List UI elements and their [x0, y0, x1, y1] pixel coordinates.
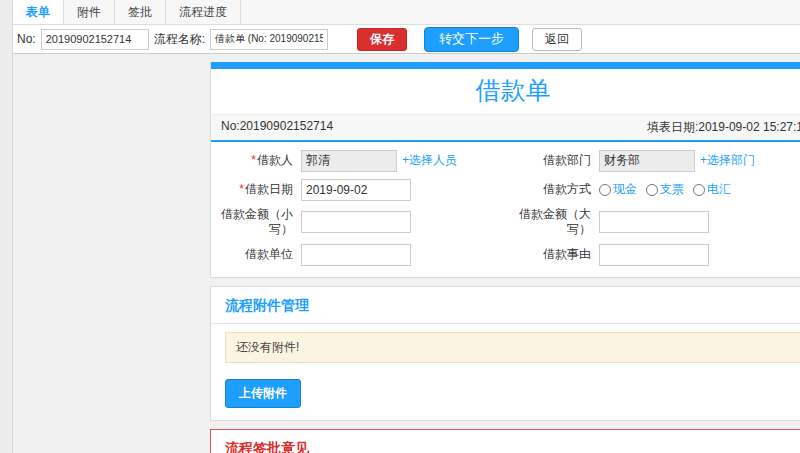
form-date-text: 填表日期:2019-09-02 15:27:1 [647, 119, 800, 136]
select-department-link[interactable]: +选择部门 [700, 152, 755, 169]
no-attachment-message: 还没有附件! [225, 332, 800, 363]
method-label: 借款方式 [515, 182, 591, 197]
panel-accent-bar [211, 62, 800, 69]
form-fields: *借款人 +选择人员 借款部门 +选择部门 *借款日期 借款方式 [211, 142, 800, 277]
borrow-date-input[interactable] [301, 179, 411, 201]
amount-lowercase-field-row: 借款金额（小写） [215, 204, 513, 240]
top-bars: 表单 附件 签批 流程进度 No: 流程名称: 保存 转交下一步 返回 [13, 0, 800, 54]
process-name-input[interactable] [210, 29, 328, 50]
method-option-check[interactable]: 支票 [646, 181, 684, 198]
cash-radio[interactable] [599, 184, 611, 196]
amount-lowercase-input[interactable] [301, 211, 411, 233]
borrow-unit-input[interactable] [301, 244, 411, 266]
toolbar: No: 流程名称: 保存 转交下一步 返回 [13, 25, 800, 54]
borrow-reason-input[interactable] [599, 244, 709, 266]
process-no-input[interactable] [41, 29, 149, 50]
left-sidebar-strip [0, 0, 13, 453]
method-radio-group: 现金 支票 电汇 [599, 181, 731, 198]
borrow-unit-label: 借款单位 [217, 247, 293, 262]
amount-uppercase-field-row: 借款金额（大写） [513, 204, 800, 240]
borrower-field-row: *借款人 +选择人员 [215, 146, 513, 175]
loan-form-panel: 借款单 No:20190902152714 填表日期:2019-09-02 15… [210, 62, 800, 278]
tab-form[interactable]: 表单 [13, 0, 64, 24]
required-asterisk: * [239, 182, 244, 196]
main-content: 借款单 No:20190902152714 填表日期:2019-09-02 15… [210, 62, 800, 453]
borrower-input[interactable] [301, 150, 397, 172]
back-button[interactable]: 返回 [532, 28, 582, 51]
department-input[interactable] [599, 150, 695, 172]
process-no-label: No: [17, 32, 36, 46]
amount-uppercase-input[interactable] [599, 211, 709, 233]
tab-approval[interactable]: 签批 [115, 0, 166, 24]
amount-lowercase-label: 借款金额（小写） [217, 207, 293, 237]
tab-attachments[interactable]: 附件 [64, 0, 115, 24]
borrow-date-field-row: *借款日期 [215, 175, 513, 204]
check-radio-label: 支票 [660, 181, 684, 198]
save-button[interactable]: 保存 [357, 28, 407, 51]
borrow-date-label: *借款日期 [217, 182, 293, 197]
form-meta-row: No:20190902152714 填表日期:2019-09-02 15:27:… [211, 114, 800, 140]
page-title: 借款单 [211, 69, 800, 114]
borrow-reason-field-row: 借款事由 [513, 240, 800, 269]
cash-radio-label: 现金 [613, 181, 637, 198]
upload-attachment-button[interactable]: 上传附件 [225, 379, 301, 408]
method-option-wire[interactable]: 电汇 [693, 181, 731, 198]
borrow-unit-field-row: 借款单位 [215, 240, 513, 269]
amount-uppercase-label: 借款金额（大写） [515, 207, 591, 237]
attachment-panel: 流程附件管理 还没有附件! 上传附件 [210, 286, 800, 421]
department-label: 借款部门 [515, 153, 591, 168]
process-name-label: 流程名称: [154, 31, 205, 48]
approval-panel-title: 流程签批意见 [211, 430, 800, 453]
approval-panel: 流程签批意见 B I abc A A ∞ ⚑ ≔ ≡ ⇤ ⇥ [210, 429, 800, 453]
wire-radio[interactable] [693, 184, 705, 196]
tab-bar: 表单 附件 签批 流程进度 [13, 0, 800, 25]
divider [211, 323, 800, 324]
borrow-reason-label: 借款事由 [515, 247, 591, 262]
borrower-label: *借款人 [217, 153, 293, 168]
wire-radio-label: 电汇 [707, 181, 731, 198]
form-no-text: No:20190902152714 [221, 119, 333, 136]
check-radio[interactable] [646, 184, 658, 196]
method-option-cash[interactable]: 现金 [599, 181, 637, 198]
required-asterisk: * [251, 153, 256, 167]
select-person-link[interactable]: +选择人员 [402, 152, 457, 169]
method-field-row: 借款方式 现金 支票 电汇 [513, 175, 800, 204]
app-root: 表单 附件 签批 流程进度 No: 流程名称: 保存 转交下一步 返回 借款单 … [0, 0, 800, 453]
tab-progress[interactable]: 流程进度 [166, 0, 241, 24]
next-step-button[interactable]: 转交下一步 [424, 27, 519, 52]
department-field-row: 借款部门 +选择部门 [513, 146, 800, 175]
attachment-panel-title: 流程附件管理 [211, 287, 800, 323]
